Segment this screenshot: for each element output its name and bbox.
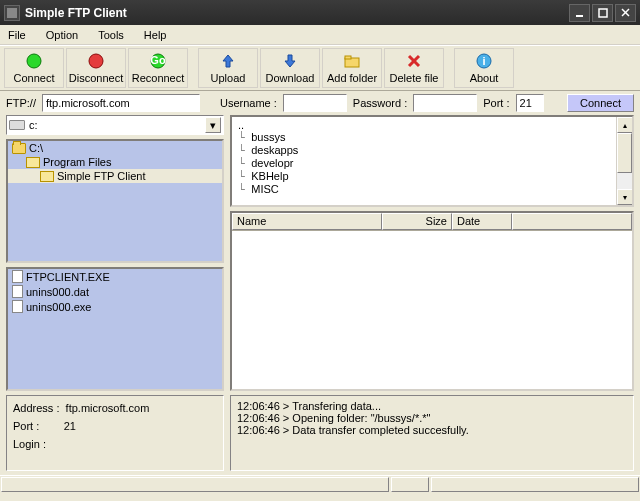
scroll-up-icon[interactable]: ▴ xyxy=(617,117,633,133)
minimize-button[interactable] xyxy=(569,4,590,22)
chevron-down-icon: ▾ xyxy=(205,117,221,133)
svg-rect-10 xyxy=(345,56,351,59)
close-button[interactable] xyxy=(615,4,636,22)
password-label: Password : xyxy=(353,97,407,109)
upload-label: Upload xyxy=(211,72,246,84)
col-date[interactable]: Date xyxy=(452,213,512,230)
port-label: Port : xyxy=(483,97,509,109)
add-folder-icon xyxy=(343,52,361,70)
local-file-item[interactable]: FTPCLIENT.EXE xyxy=(8,269,222,284)
log-line: 12:06:46 > Opening folder: "/bussys/*.*" xyxy=(237,412,627,424)
remote-tree-item[interactable]: └ developr xyxy=(238,157,610,170)
drive-selector[interactable]: c: ▾ xyxy=(6,115,224,135)
app-icon xyxy=(4,5,20,21)
upload-icon xyxy=(219,52,237,70)
local-file-label: unins000.dat xyxy=(26,286,89,298)
delete-file-label: Delete file xyxy=(390,72,439,84)
status-addr: ftp.microsoft.com xyxy=(66,402,150,414)
local-file-list[interactable]: FTPCLIENT.EXEunins000.datunins000.exe xyxy=(6,267,224,391)
username-label: Username : xyxy=(220,97,277,109)
statusbar xyxy=(0,475,640,493)
remote-tree-item[interactable]: .. xyxy=(238,119,610,131)
upload-button[interactable]: Upload xyxy=(198,48,258,88)
col-spare xyxy=(512,213,632,230)
local-tree-item[interactable]: Simple FTP Client xyxy=(8,169,222,183)
log-line: 12:06:46 > Data transfer completed succe… xyxy=(237,424,627,436)
connection-row: FTP:// Username : Password : Port : Conn… xyxy=(0,91,640,115)
remote-tree-item[interactable]: └ MISC xyxy=(238,183,610,196)
file-icon xyxy=(12,270,23,283)
col-size[interactable]: Size xyxy=(382,213,452,230)
add-folder-label: Add folder xyxy=(327,72,377,84)
folder-icon xyxy=(26,157,40,168)
svg-point-6 xyxy=(89,54,103,68)
menubar: File Option Tools Help xyxy=(0,25,640,45)
local-tree-label: C:\ xyxy=(29,142,43,154)
col-name[interactable]: Name xyxy=(232,213,382,230)
toolbar: Connect Disconnect Go Reconnect Upload D… xyxy=(0,45,640,91)
svg-point-5 xyxy=(27,54,41,68)
remote-tree-item[interactable]: └ bussys xyxy=(238,131,610,144)
scroll-down-icon[interactable]: ▾ xyxy=(617,189,633,205)
about-label: About xyxy=(470,72,499,84)
connect-label: Connect xyxy=(14,72,55,84)
local-file-item[interactable]: unins000.exe xyxy=(8,299,222,314)
remote-folder-tree[interactable]: .. └ bussys └ deskapps └ developr └ KBHe… xyxy=(230,115,634,207)
file-icon xyxy=(12,285,23,298)
remote-tree-label: bussys xyxy=(251,131,285,143)
disconnect-label: Disconnect xyxy=(69,72,123,84)
menu-help[interactable]: Help xyxy=(140,27,171,43)
local-folder-tree[interactable]: C:\Program FilesSimple FTP Client xyxy=(6,139,224,263)
add-folder-button[interactable]: Add folder xyxy=(322,48,382,88)
log-panel: 12:06:46 > Transfering data...12:06:46 >… xyxy=(230,395,634,471)
local-tree-item[interactable]: C:\ xyxy=(8,141,222,155)
download-button[interactable]: Download xyxy=(260,48,320,88)
status-addr-label: Address : xyxy=(13,402,59,414)
status-port-label: Port : xyxy=(13,420,39,432)
reconnect-button[interactable]: Go Reconnect xyxy=(128,48,188,88)
connect-icon xyxy=(25,52,43,70)
remote-list-header: Name Size Date xyxy=(232,213,632,231)
remote-file-list[interactable]: Name Size Date xyxy=(230,211,634,391)
remote-tree-scrollbar[interactable]: ▴ ▾ xyxy=(616,117,632,205)
local-file-label: unins000.exe xyxy=(26,301,91,313)
svg-rect-0 xyxy=(7,8,17,18)
disconnect-icon xyxy=(87,52,105,70)
connect-button[interactable]: Connect xyxy=(4,48,64,88)
port-input[interactable] xyxy=(516,94,544,112)
remote-tree-label: developr xyxy=(251,157,293,169)
menu-tools[interactable]: Tools xyxy=(94,27,128,43)
titlebar: Simple FTP Client xyxy=(0,0,640,25)
status-login-label: Login : xyxy=(13,438,46,450)
remote-tree-item[interactable]: └ KBHelp xyxy=(238,170,610,183)
remote-tree-item[interactable]: └ deskapps xyxy=(238,144,610,157)
drive-label: c: xyxy=(29,119,38,131)
about-button[interactable]: i About xyxy=(454,48,514,88)
maximize-button[interactable] xyxy=(592,4,613,22)
host-input[interactable] xyxy=(42,94,200,112)
connect-remote-button[interactable]: Connect xyxy=(567,94,634,112)
status-panel: Address : ftp.microsoft.com Port : 21 Lo… xyxy=(6,395,224,471)
delete-icon xyxy=(405,52,423,70)
disconnect-button[interactable]: Disconnect xyxy=(66,48,126,88)
local-file-item[interactable]: unins000.dat xyxy=(8,284,222,299)
scroll-thumb[interactable] xyxy=(617,133,632,173)
download-icon xyxy=(281,52,299,70)
download-label: Download xyxy=(266,72,315,84)
svg-text:Go: Go xyxy=(150,54,166,66)
local-tree-item[interactable]: Program Files xyxy=(8,155,222,169)
svg-text:i: i xyxy=(482,55,485,67)
ftp-label: FTP:// xyxy=(6,97,36,109)
menu-option[interactable]: Option xyxy=(42,27,82,43)
username-input[interactable] xyxy=(283,94,347,112)
delete-file-button[interactable]: Delete file xyxy=(384,48,444,88)
remote-tree-label: deskapps xyxy=(251,144,298,156)
reconnect-label: Reconnect xyxy=(132,72,185,84)
menu-file[interactable]: File xyxy=(4,27,30,43)
remote-tree-label: KBHelp xyxy=(251,170,288,182)
password-input[interactable] xyxy=(413,94,477,112)
local-file-label: FTPCLIENT.EXE xyxy=(26,271,110,283)
status-port: 21 xyxy=(64,420,76,432)
local-tree-label: Program Files xyxy=(43,156,111,168)
file-icon xyxy=(12,300,23,313)
